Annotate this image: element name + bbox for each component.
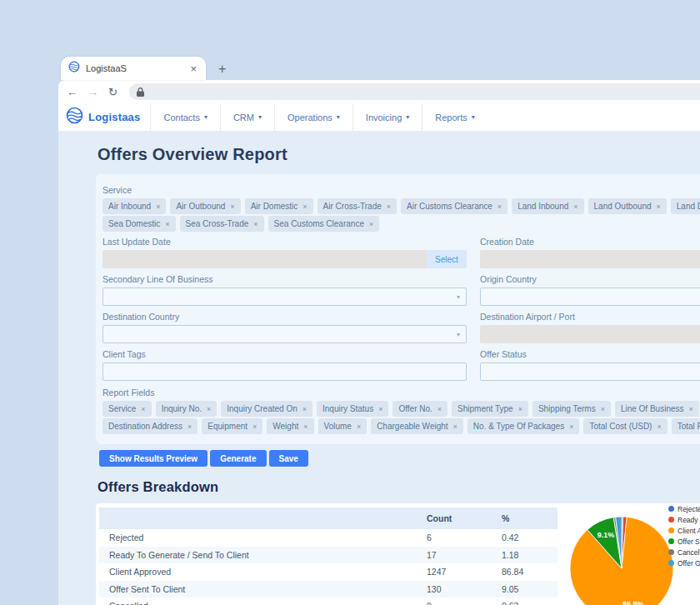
remove-tag-icon[interactable]: × (302, 202, 307, 211)
remove-tag-icon[interactable]: × (657, 422, 661, 431)
filter-tag-inquiry-no: Inquiry No.× (156, 401, 218, 417)
pie-slice-label: 86.8% (622, 600, 644, 605)
legend-item-cancelled[interactable]: Cancelled (668, 548, 700, 557)
tag-label: Chargeable Weight (377, 422, 448, 431)
nav-menu: Contacts▾CRM▾Operations▾Invoicing▾Report… (151, 103, 487, 131)
filter-tag-line-of-business: Line Of Business× (615, 401, 699, 417)
tag-label: Land Inbound (518, 202, 568, 211)
remove-tag-icon[interactable]: × (188, 422, 192, 431)
report-field-tags-row1: Service×Inquiry No.×Inquiry Created On×I… (102, 401, 700, 417)
legend-color-dot (668, 549, 674, 555)
save-button[interactable]: Save (269, 450, 308, 467)
legend-item-offer-sent-to-client[interactable]: Offer Sent To Client (668, 538, 700, 546)
field-label: Offer Status (480, 349, 700, 359)
legend-item-rejected[interactable]: Rejected (668, 505, 700, 513)
creation-date-input[interactable] (480, 250, 700, 268)
secondary-lob-select[interactable]: ▾ (102, 288, 467, 306)
remove-tag-icon[interactable]: × (207, 405, 211, 413)
legend-label: Offer Sent To Client (678, 538, 700, 546)
remove-tag-icon[interactable]: × (378, 405, 382, 413)
new-tab-icon[interactable]: + (218, 62, 226, 76)
remove-tag-icon[interactable]: × (569, 422, 573, 431)
table-row-ready-to-generate-send-to-client: Ready To Generate / Send To Client171.18 (99, 547, 558, 564)
remove-tag-icon[interactable]: × (303, 422, 308, 431)
origin-country-input[interactable] (480, 288, 700, 306)
offers-breakdown-pie-chart: 86.8%9.1% (558, 512, 679, 605)
report-field-tags-row2: Destination Address×Equipment×Weight×Vol… (102, 418, 700, 434)
table-row-client-approved: Client Approved124786.84 (99, 563, 558, 581)
tag-label: Sea Customs Clearance (274, 219, 364, 228)
close-tab-icon[interactable]: × (188, 62, 198, 75)
remove-tag-icon[interactable]: × (141, 405, 145, 413)
nav-item-contacts[interactable]: Contacts▾ (151, 103, 219, 131)
field-label: Client Tags (102, 349, 467, 359)
back-icon[interactable]: ← (67, 87, 78, 98)
filter-tag-weight: Weight× (267, 418, 313, 434)
legend-item-offer-generated[interactable]: Offer Generated (668, 559, 700, 568)
select-date-button[interactable]: Select (427, 250, 467, 268)
chevron-down-icon: ▾ (457, 293, 460, 301)
tag-label: No. & Type Of Packages (473, 422, 564, 431)
legend-color-dot (668, 538, 674, 544)
destination-country-select[interactable]: ▾ (102, 325, 467, 343)
show-results-preview-button[interactable]: Show Results Preview (99, 450, 208, 467)
browser-tab-strip: LogistaaS × + (58, 57, 700, 80)
remove-tag-icon[interactable]: × (230, 202, 234, 211)
tag-label: Equipment (208, 422, 248, 431)
legend-item-ready-to-generate-send-to-client[interactable]: Ready To Generate / Send To Client (668, 516, 700, 524)
filter-tag-sea-domestic: Sea Domestic× (102, 216, 176, 232)
tab-title: LogistaaS (86, 63, 188, 73)
service-label: Service (102, 185, 700, 195)
remove-tag-icon[interactable]: × (156, 202, 160, 211)
filter-tag-volume: Volume× (318, 418, 368, 434)
remove-tag-icon[interactable]: × (252, 422, 257, 431)
reload-icon[interactable]: ↻ (108, 87, 118, 98)
tag-label: Total Revenues (USD) (678, 422, 700, 431)
tag-label: Sea Domestic (108, 219, 160, 228)
remove-tag-icon[interactable]: × (302, 405, 307, 413)
client-tags-input[interactable] (102, 362, 467, 381)
tag-label: Total Cost (USD) (589, 422, 652, 431)
tag-label: Destination Address (108, 422, 182, 431)
nav-item-label: Invoicing (366, 112, 402, 122)
remove-tag-icon[interactable]: × (689, 405, 693, 413)
field-label: Creation Date (480, 237, 700, 247)
page-content: Offers Overview Report Service Air Inbou… (58, 132, 700, 605)
brand-name: Logistaas (88, 111, 140, 123)
browser-tab[interactable]: LogistaaS × (61, 57, 206, 80)
filter-tag-destination-address: Destination Address× (102, 418, 198, 434)
action-buttons: Show Results Preview Generate Save (99, 450, 700, 467)
offer-status-input[interactable] (480, 362, 700, 381)
filter-tag-sea-cross-trade: Sea Cross-Trade× (180, 216, 264, 232)
remove-tag-icon[interactable]: × (165, 220, 169, 228)
remove-tag-icon[interactable]: × (573, 202, 578, 211)
remove-tag-icon[interactable]: × (369, 220, 373, 228)
filter-tag-offer-no: Offer No.× (392, 401, 448, 417)
remove-tag-icon[interactable]: × (387, 202, 391, 211)
row-label: Client Approved (99, 563, 417, 581)
logistaas-logo[interactable]: Logistaas (58, 103, 150, 131)
table-row-cancelled: Cancelled90.63 (99, 598, 558, 605)
remove-tag-icon[interactable]: × (518, 405, 522, 413)
remove-tag-icon[interactable]: × (657, 202, 661, 211)
destination-airport-input[interactable] (480, 325, 700, 343)
remove-tag-icon[interactable]: × (438, 405, 442, 413)
legend-item-client-approved[interactable]: Client Approved (668, 527, 700, 535)
filter-tag-air-domestic: Air Domestic× (245, 198, 313, 214)
remove-tag-icon[interactable]: × (253, 220, 258, 228)
nav-item-reports[interactable]: Reports▾ (422, 103, 488, 131)
last-update-date-input[interactable] (102, 250, 427, 268)
generate-button[interactable]: Generate (210, 450, 266, 467)
pie-slice-label: 9.1% (598, 531, 615, 539)
field-offer-status: Offer Status (480, 349, 700, 381)
lock-icon (137, 88, 144, 97)
remove-tag-icon[interactable]: × (601, 405, 605, 413)
nav-item-crm[interactable]: CRM▾ (221, 103, 274, 131)
nav-item-invoicing[interactable]: Invoicing▾ (353, 103, 422, 131)
remove-tag-icon[interactable]: × (498, 202, 502, 211)
nav-item-operations[interactable]: Operations▾ (275, 103, 352, 131)
remove-tag-icon[interactable]: × (453, 422, 458, 431)
table-row-offer-sent-to-client: Offer Sent To Client1309.05 (99, 581, 558, 598)
remove-tag-icon[interactable]: × (357, 422, 361, 431)
address-bar[interactable] (129, 83, 700, 100)
